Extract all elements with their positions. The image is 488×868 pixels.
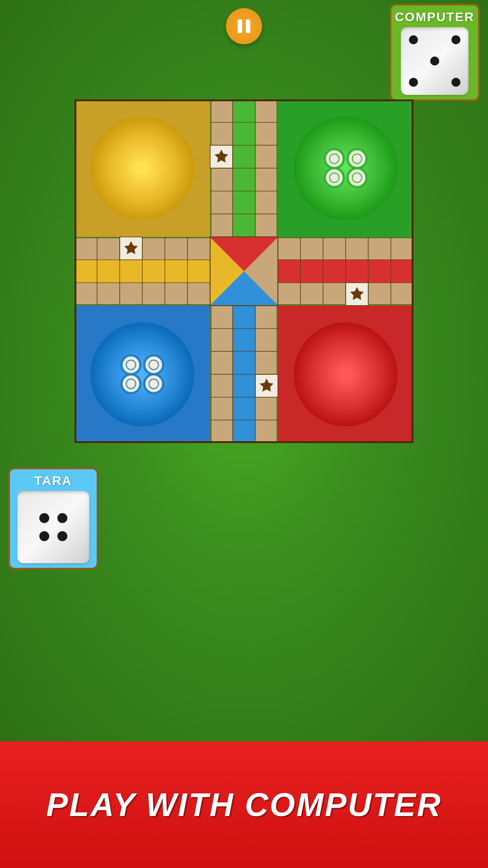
- computer-label: COMPUTER: [395, 10, 474, 24]
- tara-dot-3: [39, 531, 49, 541]
- tara-dice-dots: [33, 507, 74, 547]
- pause-button[interactable]: [226, 8, 262, 44]
- banner-text: PLAY WITH COMPUTER: [46, 786, 441, 823]
- dot-8: [430, 78, 439, 87]
- tara-dot-2: [57, 513, 67, 523]
- tara-panel: TARA: [8, 467, 99, 570]
- computer-dice-dots: [401, 27, 469, 95]
- game-area: COMPUTER TARA: [0, 0, 488, 741]
- dot-9: [451, 78, 460, 87]
- dot-5: [430, 57, 439, 66]
- tara-label: TARA: [34, 474, 72, 488]
- dot-3: [451, 35, 460, 44]
- ludo-board: [75, 99, 413, 443]
- pause-icon: [238, 19, 250, 33]
- dot-6: [451, 57, 460, 66]
- tara-dot-1: [39, 513, 49, 523]
- computer-panel: COMPUTER: [389, 4, 480, 101]
- dot-2: [430, 35, 439, 44]
- tara-dot-4: [57, 531, 67, 541]
- tara-dice: [17, 491, 89, 563]
- dot-7: [409, 78, 418, 87]
- computer-dice: [401, 27, 469, 95]
- bottom-banner: PLAY WITH COMPUTER: [0, 741, 488, 868]
- board-canvas: [75, 99, 413, 443]
- dot-4: [409, 57, 418, 66]
- dot-1: [409, 35, 418, 44]
